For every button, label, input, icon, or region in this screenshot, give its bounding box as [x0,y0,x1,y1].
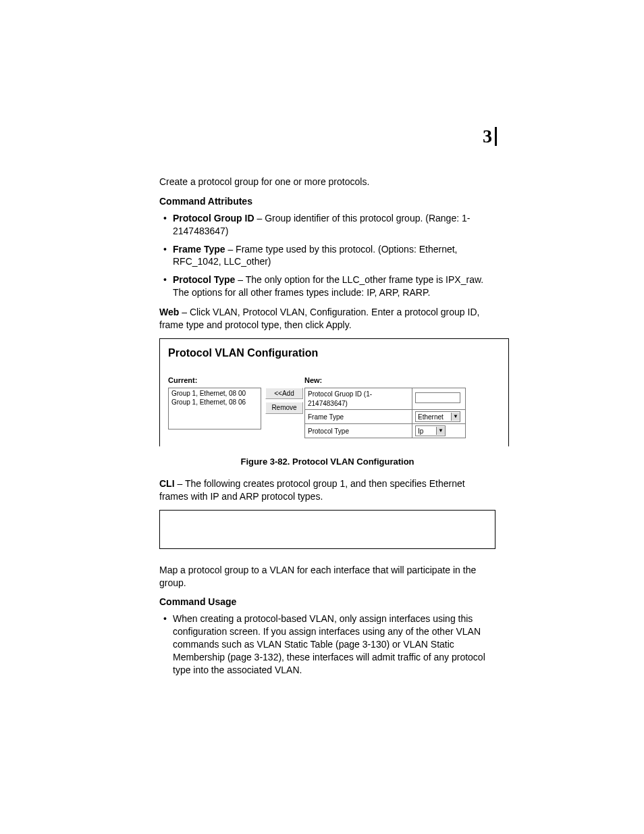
chevron-down-icon: ▼ [436,427,445,435]
new-table: Protocol Gruop ID (1-2147483647) Frame T… [304,388,466,438]
figure-title: Protocol VLAN Configuration [168,346,500,361]
page: 3 Create a protocol group for one or mor… [0,0,644,834]
chevron-down-icon: ▼ [451,413,460,421]
protocol-group-id-input[interactable] [415,392,460,403]
protocol-group-id-label: Protocol Gruop ID (1-2147483647) [305,388,412,410]
new-column: New: Protocol Gruop ID (1-2147483647) Fr… [304,375,466,439]
cli-instruction: CLI – The following creates protocol gro… [159,477,495,503]
current-column: Current: Group 1, Ethernet, 08 00 Group … [168,375,261,430]
command-attributes-heading: Command Attributes [159,195,495,208]
figure-caption: Figure 3-82. Protocol VLAN Configuration [159,456,495,468]
list-item[interactable]: Group 1, Ethernet, 08 06 [171,398,258,407]
current-listbox[interactable]: Group 1, Ethernet, 08 00 Group 1, Ethern… [168,388,261,429]
protocol-type-select[interactable]: Ip ▼ [415,425,446,436]
remove-button[interactable]: Remove [265,402,303,414]
frame-type-value: Ethernet [418,413,444,422]
chapter-number: 3 [483,127,497,146]
frame-type-select[interactable]: Ethernet ▼ [415,411,460,422]
mapping-paragraph: Map a protocol group to a VLAN for each … [159,564,495,590]
cli-label: CLI [159,478,175,489]
usage-item: When creating a protocol-based VLAN, onl… [173,613,495,676]
list-item[interactable]: Group 1, Ethernet, 08 00 [171,390,258,398]
attributes-list: Protocol Group ID – Group identifier of … [159,212,495,299]
attr-name: Protocol Type [173,274,235,285]
command-usage-heading: Command Usage [159,596,495,608]
attr-item: Protocol Type – The only option for the … [173,273,495,299]
protocol-type-value: Ip [418,427,423,436]
protocol-type-label: Protocol Type [305,424,412,438]
attr-item: Frame Type – Frame type used by this pro… [173,243,495,269]
page-content: Create a protocol group for one or more … [159,176,495,677]
cli-text: – The following creates protocol group 1… [159,478,465,502]
new-label: New: [304,375,466,386]
add-button[interactable]: <<Add [265,388,303,400]
cli-code-box [159,510,495,549]
web-instruction: Web – Click VLAN, Protocol VLAN, Configu… [159,306,495,332]
intro-paragraph: Create a protocol group for one or more … [159,176,495,188]
button-column: <<Add Remove [265,388,300,414]
frame-type-label: Frame Type [305,410,412,424]
usage-list: When creating a protocol-based VLAN, onl… [159,613,495,676]
web-label: Web [159,307,179,317]
attr-name: Frame Type [173,244,225,255]
figure-panel: Protocol VLAN Configuration Current: Gro… [159,338,509,446]
attr-name: Protocol Group ID [173,213,254,224]
web-text: – Click VLAN, Protocol VLAN, Configurati… [159,307,479,330]
current-label: Current: [168,375,261,386]
attr-item: Protocol Group ID – Group identifier of … [173,212,495,238]
